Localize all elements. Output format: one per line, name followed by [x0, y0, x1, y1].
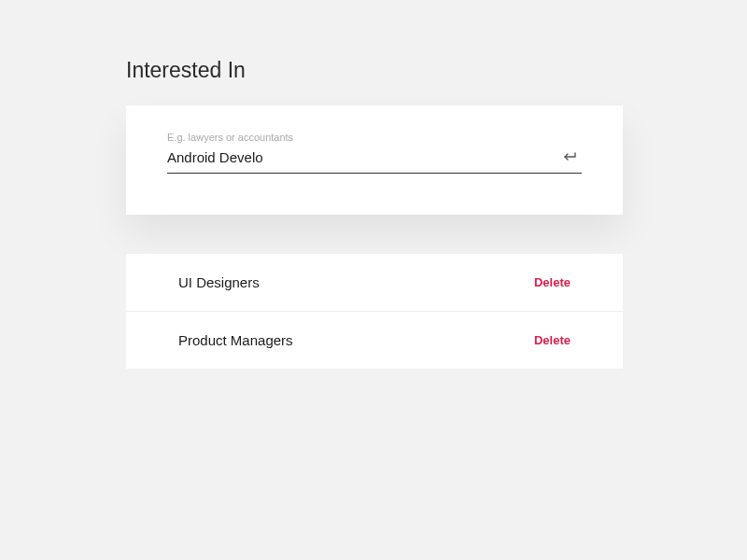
list-item: UI Designers Delete	[126, 254, 623, 312]
enter-icon[interactable]	[563, 148, 576, 165]
input-helper-label: E.g. lawyers or accountants	[167, 132, 582, 143]
list-item: Product Managers Delete	[126, 312, 623, 369]
input-card: E.g. lawyers or accountants	[126, 105, 623, 215]
delete-button[interactable]: Delete	[534, 333, 571, 347]
input-row	[167, 148, 582, 174]
interest-list: UI Designers Delete Product Managers Del…	[126, 254, 623, 369]
page-title: Interested In	[126, 58, 623, 83]
list-item-label: UI Designers	[178, 274, 260, 290]
delete-button[interactable]: Delete	[534, 275, 571, 289]
interest-input[interactable]	[167, 149, 563, 165]
list-item-label: Product Managers	[178, 332, 293, 348]
